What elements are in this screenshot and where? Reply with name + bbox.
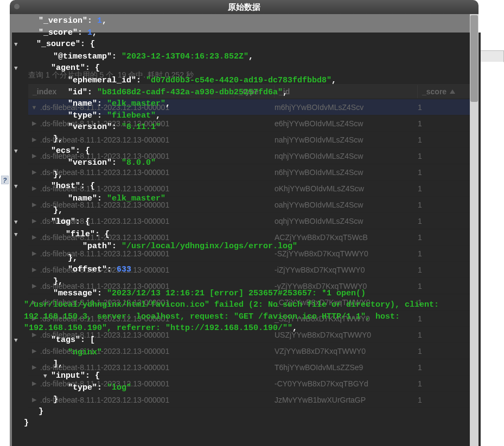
json-key-ecs-version: "version":: [68, 158, 122, 167]
json-value-ecs-version: "8.0.0": [122, 158, 156, 167]
tree-caret-icon[interactable]: ▼: [14, 335, 22, 347]
json-key-input: "input": {: [51, 371, 100, 380]
tree-caret-icon[interactable]: ▼: [14, 229, 22, 241]
json-value-version-agent: "8.11.1": [122, 122, 161, 132]
modal-titlebar[interactable]: 原始数据: [10, 0, 479, 14]
json-value-timestamp: "2023-12-13T04:16:23.852Z": [122, 52, 248, 61]
json-key-type: "type":: [68, 111, 107, 120]
help-icon[interactable]: ?: [1, 176, 9, 184]
tree-caret-icon[interactable]: ▼: [14, 217, 22, 229]
json-value-name: "elk_master": [107, 99, 165, 108]
json-key-host: "host": {: [51, 182, 95, 191]
json-key-ephemeral-id: "ephemeral_id":: [68, 76, 146, 85]
json-value-type: "filebeat": [107, 111, 156, 120]
tree-caret-icon[interactable]: ▼: [14, 63, 22, 75]
modal-title: 原始数据: [228, 2, 260, 11]
scrollbar-thumb[interactable]: [470, 15, 478, 102]
json-key-ecs: "ecs": {: [51, 146, 90, 156]
json-value-ephemeral-id: "d07dd0b3-c54e-4420-ad19-dc783fdfbbd8": [146, 76, 331, 85]
json-key-host-name: "name":: [68, 194, 107, 203]
json-value-score: 1: [87, 28, 92, 37]
json-value-path: "/usr/local/ydhnginx/logs/error.log": [122, 242, 297, 251]
background-tab-stub: [479, 50, 504, 62]
json-key-agent: "agent": {: [51, 63, 100, 73]
json-key-log: "log": {: [51, 217, 90, 227]
json-value-id: "b81d68d2-cadf-432a-a930-dbb25257fd6a": [97, 88, 283, 97]
tree-caret-icon[interactable]: ▼: [43, 371, 51, 383]
tree-caret-icon[interactable]: ▼: [14, 146, 22, 158]
json-value-input-type: "log": [107, 383, 131, 392]
json-key-offset: "offset":: [68, 265, 117, 274]
tree-caret-icon[interactable]: ▼: [14, 39, 22, 51]
json-key-id: "id":: [68, 88, 97, 97]
json-key-source: "_source": {: [36, 40, 95, 49]
json-key-version: "version":: [68, 122, 122, 132]
json-tree[interactable]: "_version": 1, "_score": 1, ▼ "_source":…: [10, 14, 479, 435]
json-key-path: "path":: [82, 242, 122, 251]
json-value-tags: "nginx": [68, 348, 102, 357]
json-value-host-name: "elk_master": [107, 194, 165, 203]
scrollbar-track[interactable]: [470, 14, 479, 446]
json-key-message: "message":: [53, 289, 107, 298]
json-value-version: 1: [97, 16, 102, 25]
tree-caret-icon[interactable]: ▼: [14, 181, 22, 193]
json-key-timestamp: "@timestamp":: [53, 52, 122, 61]
raw-data-modal: 原始数据 "_version": 1, "_score": 1, ▼ "_sou…: [10, 0, 479, 446]
json-value-offset: 633: [117, 265, 131, 274]
json-key-name: "name":: [68, 99, 107, 108]
json-key-tags: "tags": [: [51, 335, 95, 345]
json-key-input-type: "type":: [68, 383, 107, 392]
modal-body: "_version": 1, "_score": 1, ▼ "_source":…: [10, 14, 479, 446]
json-key-file: "file": {: [66, 230, 110, 239]
